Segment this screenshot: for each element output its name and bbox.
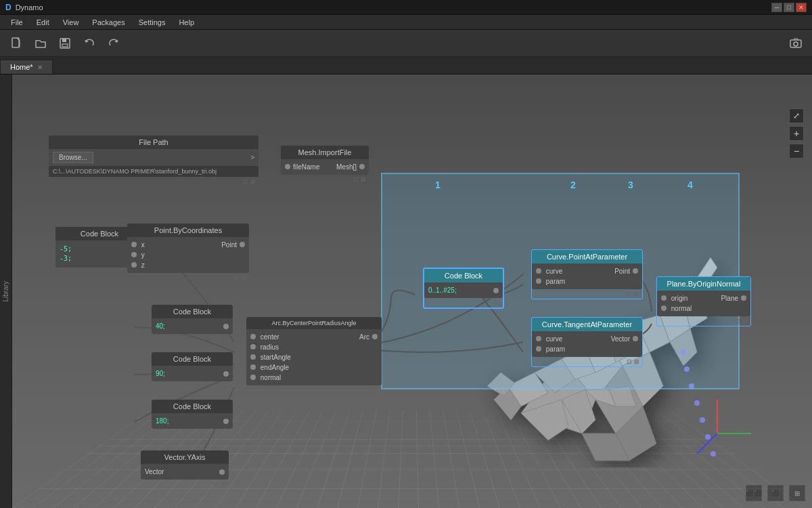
arc-header: Arc.ByCenterPointRadiusAngle [271,320,356,326]
open-button[interactable] [31,34,50,53]
new-button[interactable] [7,34,26,53]
main-area: Library [0,75,812,508]
file-path-value: C:\...\AUTODESK\DYNAMO PRIMER\stanford_b… [49,166,258,177]
code-block-40-header: Code Block [173,308,211,316]
vector-yaxis-node[interactable]: Vector.YAxis Vector ⊡ ⊠ [141,450,229,489]
code-block-1-header: Code Block [81,230,118,238]
tab-bar: Home* ✕ [0,57,812,75]
zoom-out-button[interactable]: − [789,144,804,158]
menu-view[interactable]: View [56,17,86,28]
mesh-import-header: Mesh.ImportFile [298,148,352,156]
selection-number-1: 1 [435,179,441,190]
app-icon: D [5,3,12,12]
menu-packages[interactable]: Packages [85,17,131,28]
curve-tangent-at-param-node[interactable]: Curve.TangentAtParameter curve Vector pa… [531,317,643,367]
node-icon: ⊡ ⊠ [243,178,256,185]
svg-point-36 [694,400,700,406]
code-block-range-node[interactable]: Code Block 0..1..#25; ⊡ [423,268,504,309]
mesh-import-node[interactable]: Mesh.ImportFile fileName Mesh[] ⊡ ⊠ [281,146,369,184]
code-block-range-header: Code Block [445,272,482,280]
code-block-40-value: 40; [156,322,165,330]
selection-number-2: 2 [570,179,576,190]
canvas-area[interactable]: 1 2 3 4 [12,75,812,508]
app-title: Dynamo [16,3,43,12]
menu-settings[interactable]: Settings [132,17,173,28]
curve-point-header: Curve.PointAtParameter [547,253,627,261]
viewport-icon-1[interactable]: ⬛⬛ [746,485,762,501]
selection-number-3: 3 [628,179,633,190]
menu-bar: File Edit View Packages Settings Help [0,15,812,30]
viewport-icons: ⬛⬛ ⬛ ⊞ [746,485,805,501]
code-block-180-node[interactable]: Code Block 180; ⊡ [152,400,233,438]
sidebar-label: Library [2,281,9,302]
node-graph: File Path Browse... > C:\...\AUTODESK\DY… [27,75,379,508]
svg-point-37 [700,417,705,423]
save-button[interactable] [55,34,74,53]
plane-by-origin-normal-node[interactable]: Plane.ByOriginNormal origin Plane normal… [656,276,751,326]
code-block-1-value: -5; -3; [60,245,72,263]
svg-point-34 [684,366,690,372]
plane-header: Plane.ByOriginNormal [667,280,741,288]
node-icon: ⊡ ⊠ [366,387,379,394]
svg-point-38 [705,434,710,440]
tab-label: Home* [10,63,33,71]
browse-button[interactable]: Browse... [53,152,93,163]
node-icon: ⊡ [225,335,230,342]
svg-rect-2 [62,39,66,42]
svg-point-5 [794,42,798,46]
node-icon: ⊡ [225,430,230,437]
zoom-in-button[interactable]: + [789,126,804,141]
code-block-90-node[interactable]: Code Block 90; ⊡ [152,352,233,391]
file-path-header: File Path [139,138,168,146]
node-icon: ⊡ ⊠ [233,274,246,281]
camera-icon[interactable] [786,34,805,53]
window-controls: ─ □ ✕ [771,3,807,12]
vector-port: Vector [145,468,164,475]
node-icon: ⊡ ⊠ [213,481,226,488]
node-icon: ⊡ ⊠ [627,291,639,297]
tab-home[interactable]: Home* ✕ [0,60,53,74]
selection-number-4: 4 [687,179,693,190]
node-icon: ⊡ ⊠ [735,318,748,324]
svg-point-33 [681,350,686,355]
svg-rect-3 [62,44,68,47]
menu-edit[interactable]: Edit [30,17,56,28]
curve-point-at-param-node[interactable]: Curve.PointAtParameter curve Point param… [531,249,643,299]
viewport-icon-2[interactable]: ⬛ [767,485,784,501]
expand-button[interactable]: ⤢ [789,108,804,123]
menu-file[interactable]: File [4,17,30,28]
code-block-180-value: 180; [156,417,168,425]
redo-button[interactable] [104,34,123,53]
arc-by-center-node[interactable]: Arc.ByCenterPointRadiusAngle center Arc … [246,317,382,395]
viewport-icon-3[interactable]: ⊞ [789,485,805,501]
svg-point-39 [710,451,716,457]
code-block-90-header: Code Block [173,355,211,363]
sidebar: Library [0,75,12,508]
file-path-arrow: > [250,154,254,161]
menu-help[interactable]: Help [172,17,201,28]
file-path-node[interactable]: File Path Browse... > C:\...\AUTODESK\DY… [49,135,258,186]
vector-yaxis-header: Vector.YAxis [164,453,206,461]
node-icon: ⊡ [225,383,230,389]
undo-button[interactable] [80,34,99,53]
point-by-coords-header: Point.ByCoordinates [154,226,222,234]
code-block-90-value: 90; [156,370,165,377]
curve-tangent-header: Curve.TangentAtParameter [542,320,632,329]
restore-button[interactable]: □ [784,3,794,12]
code-block-40-node[interactable]: Code Block 40; ⊡ [152,305,233,343]
node-icon: ⊡ ⊠ [353,176,366,183]
close-button[interactable]: ✕ [796,3,807,12]
mesh-port-out: Mesh[] [336,163,365,171]
svg-point-35 [689,383,694,389]
toolbar [0,30,812,57]
point-by-coords-node[interactable]: Point.ByCoordinates x Point y z ⊡ ⊠ [127,224,249,282]
filename-port-in: fileName [285,163,319,171]
tab-close-icon[interactable]: ✕ [37,64,43,71]
code-block-range-value: 0..1..#25; [428,287,457,294]
zoom-controls: ⤢ + − [789,108,804,158]
node-icon: ⊡ ⊠ [627,358,639,365]
node-icon: ⊡ [495,299,500,306]
title-bar: D Dynamo ─ □ ✕ [0,0,812,15]
minimize-button[interactable]: ─ [771,3,782,12]
code-block-180-header: Code Block [173,402,211,410]
